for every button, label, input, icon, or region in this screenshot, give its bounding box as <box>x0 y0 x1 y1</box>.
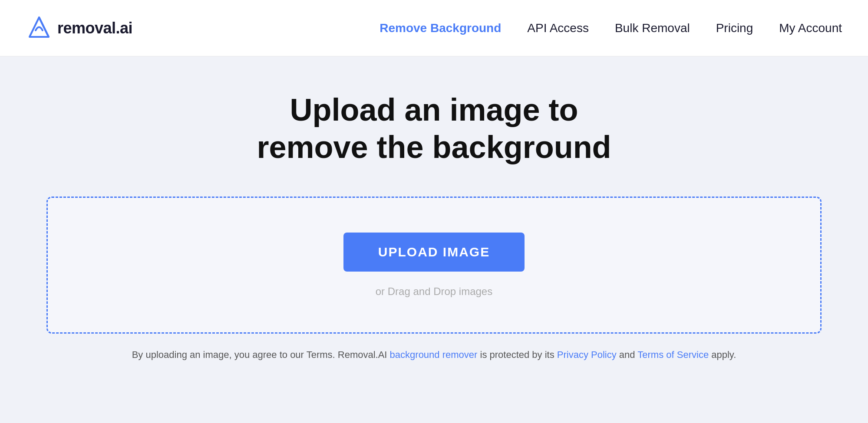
upload-image-button[interactable]: UPLOAD IMAGE <box>343 233 525 272</box>
footer-note-prefix: By uploading an image, you agree to our … <box>132 349 387 360</box>
nav-my-account[interactable]: My Account <box>779 21 842 35</box>
footer-note-suffix: apply. <box>711 349 736 360</box>
nav-pricing[interactable]: Pricing <box>716 21 753 35</box>
privacy-policy-link[interactable]: Privacy Policy <box>557 349 617 360</box>
drag-drop-text: or Drag and Drop images <box>376 285 492 298</box>
nav-bulk-removal[interactable]: Bulk Removal <box>615 21 690 35</box>
main-content: Upload an image to remove the background… <box>0 56 868 423</box>
nav-remove-background[interactable]: Remove Background <box>380 21 501 35</box>
logo-icon <box>26 15 52 41</box>
footer-note-and: and <box>619 349 635 360</box>
footer-note: By uploading an image, you agree to our … <box>132 349 736 361</box>
site-header: removal.ai Remove Background API Access … <box>0 0 868 56</box>
footer-note-middle: is protected by its <box>480 349 554 360</box>
logo-area[interactable]: removal.ai <box>26 15 132 41</box>
background-remover-link[interactable]: background remover <box>390 349 478 360</box>
hero-title-line2: remove the background <box>257 130 611 164</box>
logo-text: removal.ai <box>57 19 132 37</box>
hero-title: Upload an image to remove the background <box>257 91 611 166</box>
hero-title-line1: Upload an image to <box>290 92 578 127</box>
terms-of-service-link[interactable]: Terms of Service <box>637 349 709 360</box>
main-nav: Remove Background API Access Bulk Remova… <box>380 21 842 35</box>
drop-zone[interactable]: UPLOAD IMAGE or Drag and Drop images <box>46 197 822 334</box>
nav-api-access[interactable]: API Access <box>527 21 589 35</box>
